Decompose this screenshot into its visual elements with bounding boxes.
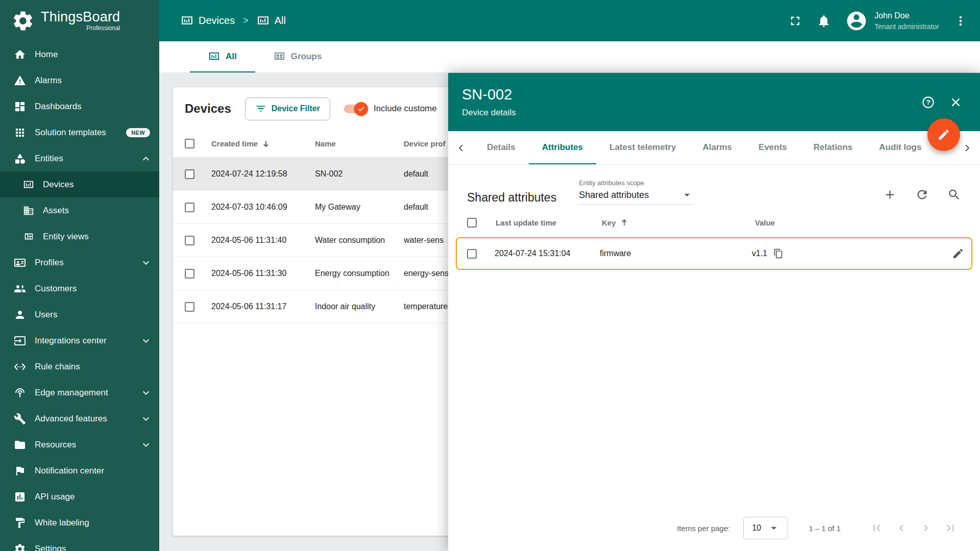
sidebar-item-entity-views[interactable]: Entity views	[0, 223, 159, 249]
row-checkbox-cell	[185, 236, 211, 245]
row-checkbox[interactable]	[185, 302, 194, 312]
tab-all[interactable]: All	[190, 41, 255, 72]
add-attribute-icon[interactable]	[883, 188, 897, 202]
user-role: Tenant administrator	[874, 22, 939, 31]
row-checkbox[interactable]	[185, 269, 194, 279]
user-menu[interactable]: John Doe Tenant administrator	[845, 10, 939, 32]
help-icon[interactable]: ?	[921, 95, 935, 109]
top-header: Devices>All John Doe Tenant administrato…	[159, 0, 980, 41]
page-range: 1 – 1 of 1	[808, 524, 841, 533]
row-checkbox[interactable]	[185, 169, 194, 179]
column-name[interactable]: Name	[315, 139, 404, 149]
previous-page-icon[interactable]	[895, 521, 908, 535]
row-checkbox[interactable]	[185, 203, 194, 212]
scope-value: Shared attributes	[579, 190, 649, 201]
more-options-icon[interactable]	[953, 14, 968, 28]
groups-icon	[274, 51, 285, 62]
attributes-scope-select[interactable]: Entity attributes scope Shared attribute…	[579, 179, 694, 205]
select-all-checkbox[interactable]	[185, 139, 194, 148]
sidebar-nav: HomeAlarmsDashboardsSolution templatesNE…	[0, 41, 159, 551]
sidebar-item-assets[interactable]: Assets	[0, 197, 159, 223]
app-logo[interactable]: ThingsBoard Professional	[0, 0, 159, 41]
breadcrumb-item-all[interactable]: All	[257, 14, 286, 27]
column-key[interactable]: Key	[602, 217, 755, 228]
sidebar-item-dashboards[interactable]: Dashboards	[0, 93, 159, 119]
items-per-page-label: Items per page:	[677, 524, 730, 533]
sidebar-item-edge-management[interactable]: Edge management	[0, 380, 159, 406]
settings-icon	[14, 543, 26, 551]
toggle-switch[interactable]	[344, 105, 366, 113]
sidebar-item-label: Entities	[35, 154, 63, 164]
sidebar-item-devices[interactable]: Devices	[0, 171, 159, 197]
tabs-scroll-left-button[interactable]	[448, 131, 474, 164]
sidebar-item-notification-center[interactable]: Notification center	[0, 458, 159, 484]
sidebar-item-api-usage[interactable]: API usage	[0, 484, 159, 510]
items-per-page-select[interactable]: 10	[743, 517, 788, 539]
sidebar-item-label: Settings	[35, 544, 66, 551]
fullscreen-icon[interactable]	[788, 14, 802, 28]
column-value[interactable]: Value	[755, 218, 963, 227]
device-name-cell: My Gateway	[315, 202, 404, 213]
column-created-time[interactable]: Created time	[211, 139, 315, 149]
device-created-cell: 2024-05-06 11:31:40	[211, 236, 315, 245]
row-checkbox-cell	[185, 203, 211, 212]
sidebar-item-label: Dashboards	[35, 102, 82, 112]
refresh-icon[interactable]	[915, 188, 929, 202]
notifications-bell-icon[interactable]	[817, 14, 831, 28]
device-filter-button[interactable]: Device Filter	[245, 97, 330, 120]
include-customers-toggle[interactable]: Include custome	[344, 104, 437, 114]
sidebar-item-label: Rule chains	[35, 362, 80, 372]
device-created-cell: 2024-05-06 11:31:30	[211, 269, 315, 278]
device-created-time: 2024-05-06 11:31:17	[211, 302, 286, 311]
breadcrumb-separator: >	[243, 15, 249, 26]
row-checkbox[interactable]	[185, 236, 194, 245]
tab-groups[interactable]: Groups	[255, 41, 340, 72]
sidebar-item-profiles[interactable]: Profiles	[0, 249, 159, 276]
select-all-checkbox[interactable]	[467, 218, 477, 228]
search-icon[interactable]	[947, 188, 961, 202]
sidebar-item-rule-chains[interactable]: Rule chains	[0, 354, 159, 380]
edit-fab-button[interactable]	[927, 118, 960, 151]
attributes-actions	[883, 188, 961, 205]
sidebar-item-customers[interactable]: Customers	[0, 276, 159, 302]
sidebar-item-advanced-features[interactable]: Advanced features	[0, 406, 159, 432]
first-page-icon[interactable]	[870, 521, 884, 535]
sidebar-item-entities[interactable]: Entities	[0, 145, 159, 171]
column-label: Value	[755, 218, 775, 227]
last-page-icon[interactable]	[944, 521, 957, 535]
details-tab-latest-telemetry[interactable]: Latest telemetry	[596, 131, 689, 164]
device-name: Indoor air quality	[315, 302, 379, 312]
sidebar-item-home[interactable]: Home	[0, 41, 159, 67]
close-icon[interactable]	[949, 95, 963, 109]
details-tab-relations[interactable]: Relations	[800, 131, 866, 164]
sidebar-item-label: Alarms	[35, 76, 62, 86]
edit-icon[interactable]	[952, 247, 964, 260]
sidebar-item-settings[interactable]: Settings	[0, 536, 159, 551]
topbar-actions: John Doe Tenant administrator	[788, 10, 968, 32]
copy-icon[interactable]	[773, 248, 783, 259]
column-last-update-time[interactable]: Last update time	[496, 218, 602, 227]
details-tab-details[interactable]: Details	[474, 131, 529, 164]
next-page-icon[interactable]	[919, 521, 933, 535]
devices-icon	[257, 14, 270, 27]
device-name-cell: Water consumption	[315, 235, 404, 246]
sidebar-item-solution-templates[interactable]: Solution templatesNEW	[0, 119, 159, 145]
sidebar-item-label: Notification center	[35, 466, 104, 476]
sidebar-item-users[interactable]: Users	[0, 302, 159, 328]
attributes-heading: Shared attributes	[467, 191, 556, 205]
details-tab-alarms[interactable]: Alarms	[689, 131, 745, 164]
details-tab-events[interactable]: Events	[745, 131, 800, 164]
home-icon	[14, 48, 26, 61]
breadcrumb-item-devices[interactable]: Devices	[181, 14, 235, 27]
attribute-time-cell: 2024-07-24 15:31:04	[495, 249, 600, 258]
details-tab-attributes[interactable]: Attributes	[529, 131, 596, 164]
details-tab-audit-logs[interactable]: Audit logs	[866, 131, 935, 164]
row-checkbox[interactable]	[467, 249, 477, 259]
sidebar-item-white-labeling[interactable]: White labeling	[0, 510, 159, 536]
sidebar-item-resources[interactable]: Resources	[0, 432, 159, 458]
attribute-value-cell: v1.1	[752, 248, 952, 259]
sidebar-item-integrations-center[interactable]: Integrations center	[0, 328, 159, 354]
attribute-row-firmware[interactable]: 2024-07-24 15:31:04firmwarev1.1	[456, 237, 972, 270]
attribute-key: firmware	[600, 249, 631, 258]
sidebar-item-alarms[interactable]: Alarms	[0, 67, 159, 93]
